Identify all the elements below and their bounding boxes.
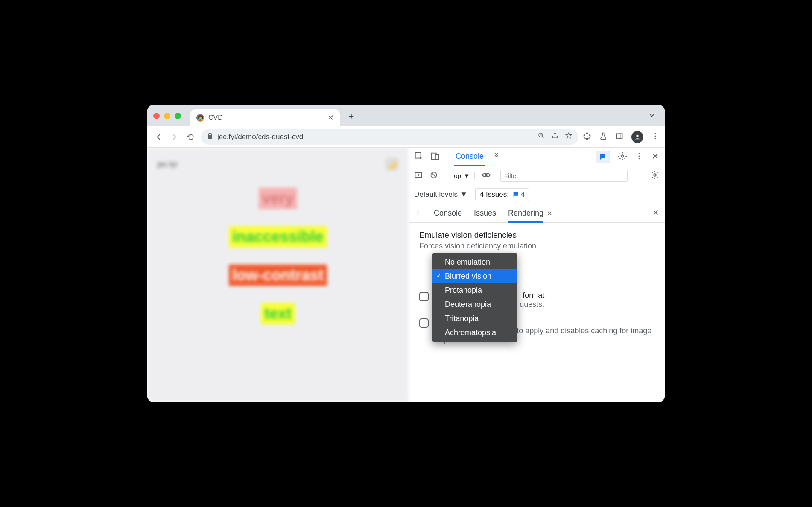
svg-point-15 bbox=[485, 174, 488, 176]
svg-rect-1 bbox=[616, 134, 622, 139]
site-label: jec.fyi bbox=[158, 160, 177, 169]
vision-deficiency-dropdown[interactable]: No emulation Blurred vision Protanopia D… bbox=[432, 253, 517, 342]
device-toggle-icon[interactable] bbox=[430, 152, 440, 162]
issues-label: 4 Issues: bbox=[480, 190, 509, 199]
more-tabs-icon[interactable] bbox=[492, 152, 501, 162]
svg-point-16 bbox=[654, 174, 656, 176]
close-devtools-icon[interactable] bbox=[651, 152, 660, 162]
section-title: Emulate vision deficiencies bbox=[419, 230, 654, 240]
clear-console-icon[interactable] bbox=[429, 171, 438, 181]
close-tab-icon[interactable]: ✕ bbox=[547, 210, 552, 217]
drawer-kebab-icon[interactable] bbox=[414, 209, 422, 218]
close-window-button[interactable] bbox=[153, 113, 160, 119]
maximize-window-button[interactable] bbox=[175, 113, 181, 119]
context-selector[interactable]: top ▼ bbox=[452, 172, 475, 179]
tabs-dropdown-button[interactable] bbox=[645, 108, 659, 123]
svg-point-9 bbox=[621, 155, 624, 157]
dropdown-option[interactable]: Protanopia bbox=[432, 283, 517, 297]
log-levels-label: Default levels bbox=[414, 190, 458, 199]
settings-icon[interactable] bbox=[618, 152, 627, 162]
console-tab[interactable]: Console bbox=[454, 148, 485, 166]
dropdown-caret-icon: ▼ bbox=[464, 172, 470, 179]
address-bar[interactable]: jec.fyi/demo/cds-quest-cvd bbox=[201, 129, 578, 145]
window-controls bbox=[153, 113, 181, 119]
url-text: jec.fyi/demo/cds-quest-cvd bbox=[217, 133, 303, 141]
close-tab-button[interactable]: ✕ bbox=[327, 113, 334, 122]
svg-point-17 bbox=[418, 210, 419, 211]
drawer-tab-console[interactable]: Console bbox=[434, 204, 462, 222]
svg-point-18 bbox=[418, 212, 419, 213]
reload-button[interactable] bbox=[185, 131, 197, 143]
issues-count: 4 bbox=[521, 190, 525, 199]
forward-button[interactable] bbox=[169, 131, 181, 143]
tab-title: CVD bbox=[208, 114, 323, 122]
drawer-tab-issues[interactable]: Issues bbox=[474, 204, 496, 222]
zoom-icon[interactable] bbox=[537, 132, 545, 142]
dropdown-option[interactable]: Achromatopsia bbox=[432, 326, 517, 340]
share-icon[interactable] bbox=[551, 132, 559, 142]
live-expression-icon[interactable] bbox=[482, 170, 491, 181]
issues-notification-icon[interactable] bbox=[596, 151, 610, 163]
side-panel-icon[interactable] bbox=[615, 132, 624, 142]
profile-avatar[interactable] bbox=[631, 131, 643, 143]
menu-icon[interactable] bbox=[651, 132, 660, 142]
labs-icon[interactable] bbox=[599, 132, 608, 142]
dropdown-option[interactable]: No emulation bbox=[432, 255, 517, 269]
format-checkbox-1[interactable] bbox=[419, 292, 429, 301]
checkbox-label: format bbox=[523, 291, 544, 300]
sample-word: text bbox=[261, 303, 295, 324]
svg-point-2 bbox=[636, 134, 638, 137]
section-description: Forces vision deficiency emulation bbox=[419, 242, 654, 251]
browser-tab[interactable]: 🧑‍💻 CVD ✕ bbox=[190, 109, 340, 126]
kebab-icon[interactable] bbox=[635, 152, 643, 162]
drawer-tab-rendering[interactable]: Rendering bbox=[508, 204, 543, 223]
extensions-icon[interactable] bbox=[583, 132, 591, 142]
inspect-icon[interactable] bbox=[414, 152, 424, 162]
svg-point-3 bbox=[655, 133, 656, 134]
lock-icon bbox=[207, 132, 213, 141]
close-drawer-icon[interactable] bbox=[652, 209, 660, 218]
toolbar: jec.fyi/demo/cds-quest-cvd bbox=[147, 126, 665, 148]
page-viewport: jec.fyi 🌙 very inaccessible low-contrast… bbox=[147, 148, 409, 402]
svg-point-11 bbox=[639, 156, 640, 157]
dropdown-option[interactable]: Tritanopia bbox=[432, 312, 517, 326]
svg-point-5 bbox=[655, 138, 656, 139]
svg-point-10 bbox=[639, 153, 640, 154]
titlebar: 🧑‍💻 CVD ✕ ＋ bbox=[147, 105, 665, 126]
dark-mode-toggle[interactable]: 🌙 bbox=[386, 158, 398, 171]
svg-point-12 bbox=[639, 158, 640, 159]
dropdown-caret-icon: ▼ bbox=[460, 190, 467, 199]
sample-word: very bbox=[259, 188, 297, 209]
svg-rect-8 bbox=[435, 154, 438, 159]
new-tab-button[interactable]: ＋ bbox=[345, 109, 358, 122]
log-levels-selector[interactable]: Default levels ▼ bbox=[414, 190, 467, 199]
minimize-window-button[interactable] bbox=[164, 113, 170, 119]
devtools-panel: Console bbox=[409, 148, 665, 402]
issues-pill[interactable]: 4 Issues: 4 bbox=[475, 188, 530, 201]
svg-point-19 bbox=[418, 214, 419, 216]
svg-point-4 bbox=[655, 135, 656, 137]
browser-window: 🧑‍💻 CVD ✕ ＋ jec.f bbox=[147, 105, 665, 402]
console-sidebar-toggle-icon[interactable] bbox=[414, 171, 423, 181]
bookmark-star-icon[interactable] bbox=[565, 132, 572, 142]
dropdown-option[interactable]: Deuteranopia bbox=[432, 297, 517, 312]
back-button[interactable] bbox=[152, 131, 164, 143]
console-settings-icon[interactable] bbox=[650, 170, 660, 181]
favicon-icon: 🧑‍💻 bbox=[196, 114, 204, 122]
format-checkbox-2[interactable] bbox=[419, 318, 429, 328]
filter-input[interactable] bbox=[500, 170, 628, 182]
dropdown-option[interactable]: Blurred vision bbox=[432, 269, 517, 283]
sample-word: inaccessible bbox=[229, 226, 327, 248]
sample-word: low-contrast bbox=[229, 265, 327, 286]
context-value: top bbox=[452, 172, 461, 179]
